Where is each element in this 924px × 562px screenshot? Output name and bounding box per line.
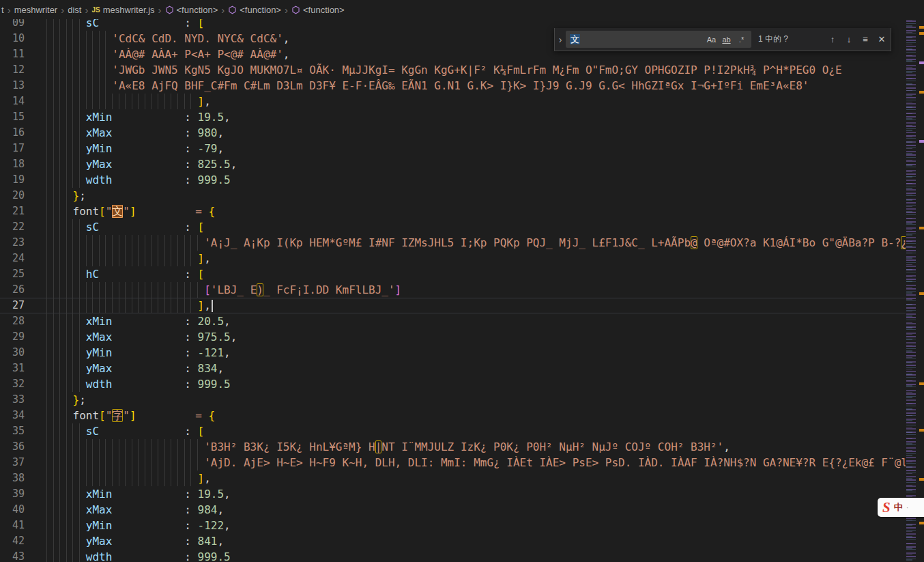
- overview-ruler-mark: [919, 382, 924, 385]
- function-symbol-icon: [291, 5, 300, 14]
- code-line[interactable]: 36 'B3H² B3K¿ I5K¿ HnL¥GªM} H|NT I¨MMJUL…: [0, 439, 906, 455]
- code-line[interactable]: 29 xMax : 975.5,: [0, 329, 906, 345]
- line-number[interactable]: 11: [0, 46, 25, 62]
- line-number[interactable]: 39: [0, 486, 25, 502]
- line-number[interactable]: 29: [0, 329, 25, 345]
- code-line[interactable]: 13 'A«E8 AjFQ BHF_C#Fm C#Lm D3Lm D3F¥ E-…: [0, 78, 906, 94]
- line-number[interactable]: 12: [0, 62, 25, 78]
- line-number[interactable]: 16: [0, 125, 25, 141]
- code-line[interactable]: 26 ['LBJ_ E)_ FcF¡I.DD KmFlLBJ_']: [0, 282, 906, 298]
- breadcrumb-item[interactable]: dist: [68, 5, 81, 15]
- line-number[interactable]: 30: [0, 345, 25, 361]
- breadcrumb-item[interactable]: <function>: [291, 5, 345, 15]
- code-line[interactable]: 35 sC : [: [0, 423, 906, 439]
- next-match-button[interactable]: ↓: [841, 32, 856, 47]
- code-line[interactable]: 21 font["文"] = {: [0, 203, 906, 219]
- line-number[interactable]: 38: [0, 470, 25, 486]
- line-number[interactable]: 18: [0, 156, 25, 172]
- code-line[interactable]: 20 };: [0, 188, 906, 203]
- code-line[interactable]: 30 yMin : -121,: [0, 345, 906, 361]
- find-in-selection-button[interactable]: ≡: [858, 32, 873, 47]
- code-line[interactable]: 33 };: [0, 392, 906, 408]
- code-line[interactable]: 25 hC : [: [0, 266, 906, 282]
- editor[interactable]: 09 sC : [10 'CdC& CdD. NYD. NYC& CdC&',1…: [0, 19, 906, 562]
- line-number[interactable]: 24: [0, 251, 25, 266]
- line-number[interactable]: 21: [0, 203, 25, 219]
- code-line[interactable]: 37 'AjD. AjE> H~E> H~F9 K~H, DLH, DLI: M…: [0, 455, 906, 470]
- code-text: xMin : 19.5,: [46, 486, 231, 502]
- line-number[interactable]: 40: [0, 502, 25, 518]
- breadcrumb-item[interactable]: <function>: [228, 5, 281, 15]
- code-line[interactable]: 43 wdth : 999.5: [0, 549, 906, 562]
- line-number[interactable]: 15: [0, 109, 25, 125]
- line-number[interactable]: 35: [0, 423, 25, 439]
- code-line[interactable]: 41 yMin : -122,: [0, 518, 906, 533]
- code-text: wdth : 999.5: [46, 549, 231, 562]
- code-line[interactable]: 14 ],: [0, 94, 906, 109]
- line-number[interactable]: 22: [0, 219, 25, 235]
- minimap[interactable]: [906, 19, 919, 562]
- line-number[interactable]: 43: [0, 549, 25, 562]
- code-line[interactable]: 16 xMax : 980,: [0, 125, 906, 141]
- code-line[interactable]: 42 yMax : 841,: [0, 533, 906, 549]
- line-number[interactable]: 32: [0, 376, 25, 392]
- line-number[interactable]: 17: [0, 141, 25, 156]
- line-number[interactable]: 33: [0, 392, 25, 408]
- line-number[interactable]: 27: [0, 298, 25, 313]
- code-text: sC : [: [46, 19, 204, 31]
- code-line[interactable]: 28 xMin : 20.5,: [0, 313, 906, 329]
- breadcrumb-item[interactable]: meshwriter: [14, 5, 58, 15]
- code-text: yMin : -122,: [46, 518, 231, 533]
- code-line[interactable]: 38 ],: [0, 470, 906, 486]
- line-number[interactable]: 36: [0, 439, 25, 455]
- line-number[interactable]: 20: [0, 188, 25, 203]
- line-number[interactable]: 25: [0, 266, 25, 282]
- code-line[interactable]: 34 font["字"] = {: [0, 408, 906, 423]
- code-line[interactable]: 27 ],: [0, 298, 906, 313]
- line-number[interactable]: 31: [0, 361, 25, 376]
- ime-tools-icon[interactable]: ·: [906, 503, 909, 511]
- line-number[interactable]: 37: [0, 455, 25, 470]
- find-expand-toggle[interactable]: ›: [555, 28, 566, 51]
- code-line[interactable]: 39 xMin : 19.5,: [0, 486, 906, 502]
- previous-match-button[interactable]: ↑: [825, 32, 840, 47]
- code-lines: 09 sC : [10 'CdC& CdD. NYD. NYC& CdC&',1…: [0, 19, 906, 562]
- code-line[interactable]: 23 'A¡J_ A¡Kp I(Kp HEM*GºM£ I#NF IZMsJHL…: [0, 235, 906, 251]
- code-line[interactable]: 17 yMin : -79,: [0, 141, 906, 156]
- line-number[interactable]: 41: [0, 518, 25, 533]
- breadcrumb-item[interactable]: t: [1, 5, 4, 15]
- match-case-button[interactable]: Aa: [704, 33, 719, 46]
- code-line[interactable]: 32 wdth : 999.5: [0, 376, 906, 392]
- ime-indicator[interactable]: S 中 ·: [878, 498, 924, 517]
- line-number[interactable]: 10: [0, 31, 25, 46]
- line-number[interactable]: 23: [0, 235, 25, 251]
- code-line[interactable]: 31 yMax : 834,: [0, 361, 906, 376]
- code-line[interactable]: 40 xMax : 984,: [0, 502, 906, 518]
- line-number[interactable]: 14: [0, 94, 25, 109]
- whole-word-button[interactable]: ab: [719, 33, 734, 46]
- chevron-separator-icon: ›: [8, 5, 11, 15]
- code-line[interactable]: 15 xMin : 19.5,: [0, 109, 906, 125]
- line-number[interactable]: 26: [0, 282, 25, 298]
- code-line[interactable]: 12 'JWGb JWN5 KgN5 KgJO MUKMO7L¤ OÃK· Mµ…: [0, 62, 906, 78]
- function-symbol-icon: [228, 5, 237, 14]
- code-text: xMax : 984,: [46, 502, 224, 518]
- breadcrumb-item[interactable]: <function>: [165, 5, 218, 15]
- code-text: yMax : 834,: [46, 361, 224, 376]
- line-number[interactable]: 13: [0, 78, 25, 94]
- breadcrumb-item[interactable]: JSmeshwriter.js: [91, 5, 154, 15]
- code-line[interactable]: 22 sC : [: [0, 219, 906, 235]
- find-input[interactable]: 文 Aa ab .*: [566, 31, 751, 48]
- line-number[interactable]: 19: [0, 172, 25, 188]
- code-line[interactable]: 24 ],: [0, 251, 906, 266]
- line-number[interactable]: 42: [0, 533, 25, 549]
- line-number[interactable]: 34: [0, 408, 25, 423]
- code-line[interactable]: 18 yMax : 825.5,: [0, 156, 906, 172]
- close-button[interactable]: ✕: [874, 32, 889, 47]
- regex-button[interactable]: .*: [734, 33, 749, 46]
- line-number[interactable]: 28: [0, 313, 25, 329]
- ime-mode-chinese[interactable]: 中: [894, 501, 903, 514]
- code-line[interactable]: 19 wdth : 999.5: [0, 172, 906, 188]
- overview-ruler: [919, 19, 924, 562]
- line-number[interactable]: 09: [0, 19, 25, 31]
